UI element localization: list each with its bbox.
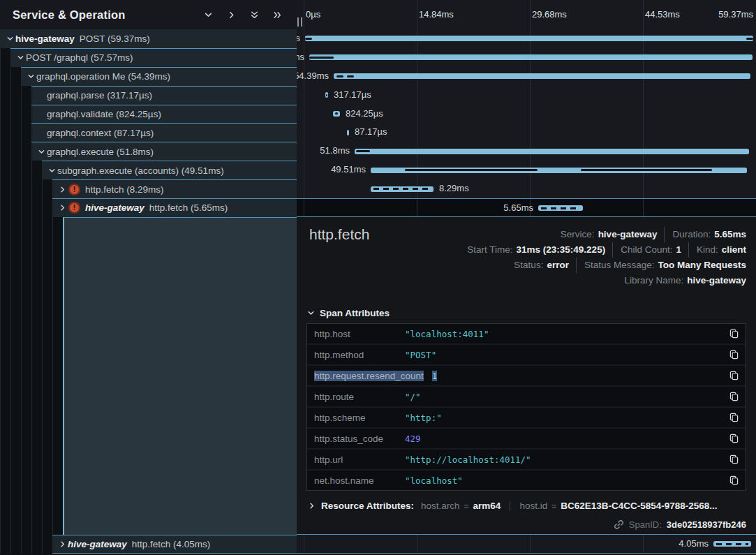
meta-value: 5.65ms [714, 229, 746, 239]
tree-row[interactable]: graphql.parse (317.17µs) [0, 86, 297, 105]
span-detail-panel: http.fetch Service:hive-gatewayDuration:… [297, 217, 756, 535]
span-bar[interactable] [333, 111, 340, 117]
waterfall-row[interactable]: 8.29ms [297, 179, 756, 198]
attribute-key: http.method [314, 350, 396, 360]
span-meta: Service:hive-gatewayDuration:5.65msStart… [467, 227, 746, 288]
resource-key: host.id [519, 501, 547, 511]
tick-label: 59.37ms [718, 0, 753, 29]
meta-value: 31ms (23:35:49.225) [517, 244, 606, 255]
tree-row[interactable]: graphql.execute (51.8ms) [0, 142, 297, 161]
meta-label: Duration: [672, 229, 711, 239]
expand-one-chevron-right-icon[interactable] [225, 9, 237, 20]
span-bar[interactable] [371, 186, 433, 192]
tree-row[interactable]: hive-gatewayhttp.fetch (4.05ms) [0, 535, 297, 554]
child-span-markers [373, 188, 431, 190]
span-bar[interactable] [325, 92, 328, 98]
duration-label: 824.25µs [346, 105, 383, 124]
span-attributes-header[interactable]: Span Attributes [307, 308, 390, 318]
child-span-marker [309, 57, 334, 59]
waterfall-row[interactable]: 4.05ms [297, 535, 756, 554]
tree-row[interactable]: !http.fetch (8.29ms) [0, 179, 297, 198]
duration-label: 8.29ms [439, 179, 469, 198]
tree-row[interactable]: graphql.validate (824.25µs) [0, 105, 297, 124]
waterfall-row[interactable]: 54.39ms [297, 67, 756, 86]
tree-row[interactable]: graphql.operation Me (54.39ms) [0, 67, 297, 86]
waterfall-row[interactable]: 49.51ms [297, 161, 756, 179]
copy-icon[interactable] [729, 371, 739, 380]
panel-resize-handle[interactable] [297, 17, 302, 27]
tree-row-strip: graphql.context (87.17µs) [31, 123, 297, 142]
child-span-marker [347, 75, 354, 77]
waterfall-row[interactable]: 87.17µs [297, 123, 756, 142]
expanded-span-region [0, 217, 297, 535]
span-bar[interactable] [355, 149, 749, 154]
tree-row-strip: subgraph.execute (accounts) (49.51ms) [42, 161, 297, 179]
tree-row[interactable]: subgraph.execute (accounts) (49.51ms) [0, 161, 297, 179]
span-bar[interactable] [305, 36, 753, 41]
collapse-one-chevron-down-icon[interactable] [202, 9, 214, 20]
span-id-label: SpanID: [629, 519, 662, 530]
error-icon: ! [68, 202, 80, 214]
tree-indent-guides [0, 67, 21, 86]
span-label: graphql.parse (317.17µs) [47, 90, 152, 101]
collapse-all-double-chevron-down-icon[interactable] [249, 9, 260, 20]
chevron-down-icon[interactable] [46, 167, 57, 175]
span-bar[interactable] [347, 130, 349, 135]
span-bar[interactable] [334, 73, 750, 79]
attribute-row: http.method"POST" [307, 345, 746, 364]
duration-label: 5.65ms [503, 199, 533, 218]
chevron-right-icon[interactable] [57, 204, 68, 212]
expand-all-double-chevron-right-icon[interactable] [272, 9, 283, 20]
span-bar[interactable] [538, 205, 583, 211]
waterfall-row[interactable]: 5.65ms [297, 198, 756, 217]
tree-indent-guides [0, 161, 42, 179]
span-label: graphql.operation Me (54.39ms) [36, 71, 170, 82]
copy-icon[interactable] [729, 392, 739, 401]
tree-row[interactable]: !hive-gatewayhttp.fetch (5.65ms) [0, 198, 297, 217]
copy-icon[interactable] [729, 413, 739, 422]
chevron-down-icon [307, 309, 315, 317]
tree-row-strip: hive-gatewayPOST (59.37ms) [0, 29, 297, 48]
duration-label: 87.17µs [355, 123, 387, 142]
tree-indent-guides [0, 123, 31, 142]
span-bar[interactable] [309, 54, 753, 60]
attribute-row: http.status_code429 [307, 429, 746, 448]
span-meta-line: Start Time:31ms (23:35:49.225)Child Coun… [467, 242, 746, 258]
attribute-key: http.route [314, 392, 396, 402]
span-bar[interactable] [371, 168, 747, 173]
duration-label: 54.39ms [297, 67, 329, 86]
chevron-down-icon[interactable] [15, 54, 26, 61]
copy-icon[interactable] [729, 454, 739, 464]
waterfall-row[interactable]: 57.57ms [297, 48, 756, 67]
chevron-right-icon[interactable] [57, 186, 68, 193]
resource-attributes-row[interactable]: Resource Attributes: host.arch=arm64host… [308, 501, 718, 511]
attribute-key: http.host [314, 329, 396, 339]
chevron-down-icon[interactable] [4, 35, 15, 43]
attribute-key: http.request.resend_count [314, 371, 424, 381]
chevron-right-icon[interactable] [57, 540, 68, 548]
expanded-span-detail-area [63, 217, 297, 535]
duration-label: 59.37ms [297, 29, 300, 48]
child-span-marker [326, 94, 327, 96]
waterfall-row[interactable]: 51.8ms [297, 142, 756, 161]
tree-row[interactable]: hive-gatewayPOST (59.37ms) [0, 29, 297, 48]
waterfall-bottom-row: 4.05ms [297, 535, 756, 554]
waterfall-row[interactable]: 824.25µs [297, 105, 756, 124]
span-meta-item: Kind:client [688, 242, 746, 258]
copy-icon[interactable] [729, 329, 739, 339]
copy-icon[interactable] [729, 350, 739, 360]
link-icon[interactable] [614, 519, 624, 530]
copy-icon[interactable] [729, 475, 739, 485]
duration-label: 57.57ms [297, 48, 304, 67]
tree-row[interactable]: POST /graphql (57.57ms) [0, 48, 297, 67]
waterfall-row[interactable]: 59.37ms [297, 29, 756, 48]
span-bar[interactable] [713, 541, 751, 547]
copy-icon[interactable] [729, 434, 739, 443]
span-label: http.fetch (4.05ms) [132, 539, 211, 549]
tree-row[interactable]: graphql.context (87.17µs) [0, 123, 297, 142]
span-detail-title: http.fetch [309, 226, 369, 243]
chevron-down-icon[interactable] [36, 148, 47, 156]
waterfall-row[interactable]: 317.17µs [297, 86, 756, 105]
chevron-down-icon[interactable] [25, 73, 36, 80]
chevron-right-icon [308, 502, 316, 510]
